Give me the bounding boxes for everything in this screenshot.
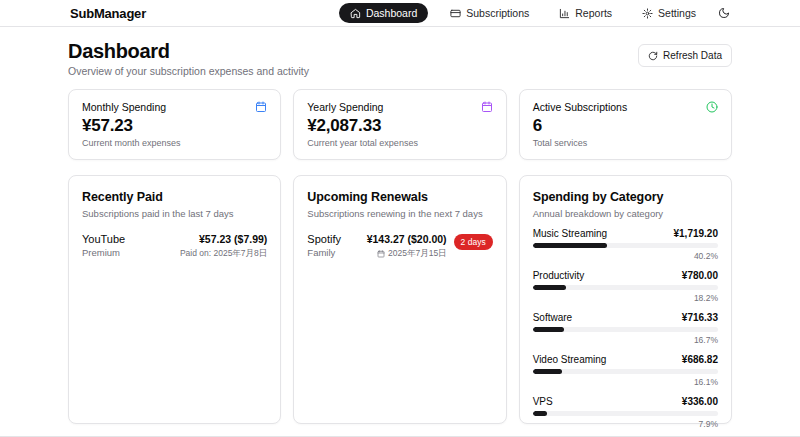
recently-paid-card: Recently Paid Subscriptions paid in the …: [68, 175, 281, 424]
card-title: Upcoming Renewals: [307, 190, 492, 204]
stat-label: Yearly Spending: [307, 101, 383, 113]
refresh-data-button[interactable]: Refresh Data: [638, 44, 732, 67]
calendar-icon: [481, 101, 493, 113]
category-amount: ¥1,719.20: [673, 228, 718, 239]
paid-subscription-row[interactable]: YouTube Premium ¥57.23 ($7.99) Paid on: …: [82, 233, 267, 260]
subscription-name: YouTube: [82, 233, 125, 245]
category-name: VPS: [533, 396, 553, 407]
stat-caption: Current month expenses: [82, 138, 267, 148]
moon-icon: [718, 7, 730, 19]
category-name: Video Streaming: [533, 354, 607, 365]
renewal-subscription-row[interactable]: Spotify Family ¥143.27 ($20.00) 2025年7月1…: [307, 233, 492, 260]
page-subtitle: Overview of your subscription expenses a…: [68, 65, 309, 77]
category-name: Productivity: [533, 270, 585, 281]
category-percent: 40.2%: [533, 251, 718, 261]
category-amount: ¥716.33: [682, 312, 718, 323]
stat-label: Monthly Spending: [82, 101, 166, 113]
category-row: Software ¥716.33 16.7%: [533, 312, 718, 345]
category-row: Productivity ¥780.00 18.2%: [533, 270, 718, 303]
subscription-name: Spotify: [307, 233, 341, 245]
nav-item-subscriptions[interactable]: Subscriptions: [442, 3, 537, 23]
subscription-plan: Premium: [82, 247, 125, 258]
stat-value: ¥2,087.33: [307, 116, 492, 136]
stat-value: ¥57.23: [82, 116, 267, 136]
upcoming-renewals-card: Upcoming Renewals Subscriptions renewing…: [293, 175, 506, 424]
stat-card-active-subscriptions: Active Subscriptions 6 Total services: [519, 89, 732, 160]
renewal-date: 2025年7月15日: [388, 248, 447, 260]
category-bar-fill: [533, 243, 608, 248]
stat-label: Active Subscriptions: [533, 101, 628, 113]
subscription-amount: ¥143.27 ($20.00): [367, 233, 447, 245]
spending-by-category-card: Spending by Category Annual breakdown by…: [519, 175, 732, 424]
card-subtitle: Subscriptions renewing in the next 7 day…: [307, 208, 492, 219]
category-row: Music Streaming ¥1,719.20 40.2%: [533, 228, 718, 261]
stat-caption: Current year total expenses: [307, 138, 492, 148]
category-percent: 16.7%: [533, 335, 718, 345]
category-row: VPS ¥336.00 7.9%: [533, 396, 718, 429]
stats-row: Monthly Spending ¥57.23 Current month ex…: [68, 89, 732, 160]
days-remaining-badge: 2 days: [454, 234, 493, 250]
category-name: Music Streaming: [533, 228, 607, 239]
category-bar-fill: [533, 369, 563, 374]
category-bar-track: [533, 243, 718, 248]
category-row: Video Streaming ¥686.82 16.1%: [533, 354, 718, 387]
card-title: Recently Paid: [82, 190, 267, 204]
stat-caption: Total services: [533, 138, 718, 148]
category-bar-track: [533, 411, 718, 416]
page-header: Dashboard Overview of your subscription …: [68, 40, 732, 77]
nav-label: Reports: [575, 7, 612, 19]
subscription-plan: Family: [307, 247, 341, 258]
stat-card-monthly-spending: Monthly Spending ¥57.23 Current month ex…: [68, 89, 281, 160]
category-bar-fill: [533, 327, 564, 332]
page-content: Dashboard Overview of your subscription …: [68, 27, 732, 424]
paid-on-date: Paid on: 2025年7月8日: [180, 248, 267, 260]
bar-chart-icon: [559, 8, 570, 19]
clock-icon: [706, 101, 718, 113]
subscription-amount: ¥57.23 ($7.99): [180, 233, 267, 245]
gear-icon: [642, 8, 653, 19]
refresh-label: Refresh Data: [663, 50, 722, 61]
calendar-icon: [255, 101, 267, 113]
nav-item-settings[interactable]: Settings: [634, 3, 704, 23]
category-list: Music Streaming ¥1,719.20 40.2% Producti…: [533, 228, 718, 437]
category-percent: 16.1%: [533, 377, 718, 387]
category-bar-fill: [533, 411, 548, 416]
stat-card-yearly-spending: Yearly Spending ¥2,087.33 Current year t…: [293, 89, 506, 160]
category-percent: 18.2%: [533, 293, 718, 303]
category-bar-fill: [533, 285, 567, 290]
top-navbar: SubManager Dashboard Subscriptions Repor…: [0, 0, 800, 27]
category-amount: ¥780.00: [682, 270, 718, 281]
theme-toggle-button[interactable]: [718, 7, 730, 19]
page-title: Dashboard: [68, 40, 309, 62]
category-amount: ¥686.82: [682, 354, 718, 365]
brand-logo[interactable]: SubManager: [70, 6, 146, 21]
card-subtitle: Subscriptions paid in the last 7 days: [82, 208, 267, 219]
category-bar-track: [533, 327, 718, 332]
category-name: Software: [533, 312, 572, 323]
nav-label: Dashboard: [366, 7, 417, 19]
card-subtitle: Annual breakdown by category: [533, 208, 718, 219]
home-icon: [350, 8, 361, 19]
nav-item-reports[interactable]: Reports: [551, 3, 620, 23]
nav-item-dashboard[interactable]: Dashboard: [339, 3, 428, 23]
nav-label: Settings: [658, 7, 696, 19]
nav-label: Subscriptions: [466, 7, 529, 19]
card-title: Spending by Category: [533, 190, 718, 204]
calendar-icon: [377, 250, 385, 258]
main-cards-row: Recently Paid Subscriptions paid in the …: [68, 175, 732, 424]
main-nav: Dashboard Subscriptions Reports Settings: [339, 3, 730, 23]
stat-value: 6: [533, 116, 718, 136]
category-bar-track: [533, 369, 718, 374]
refresh-icon: [648, 51, 658, 61]
category-bar-track: [533, 285, 718, 290]
credit-card-icon: [450, 8, 461, 19]
category-percent: 7.9%: [533, 419, 718, 429]
category-amount: ¥336.00: [682, 396, 718, 407]
